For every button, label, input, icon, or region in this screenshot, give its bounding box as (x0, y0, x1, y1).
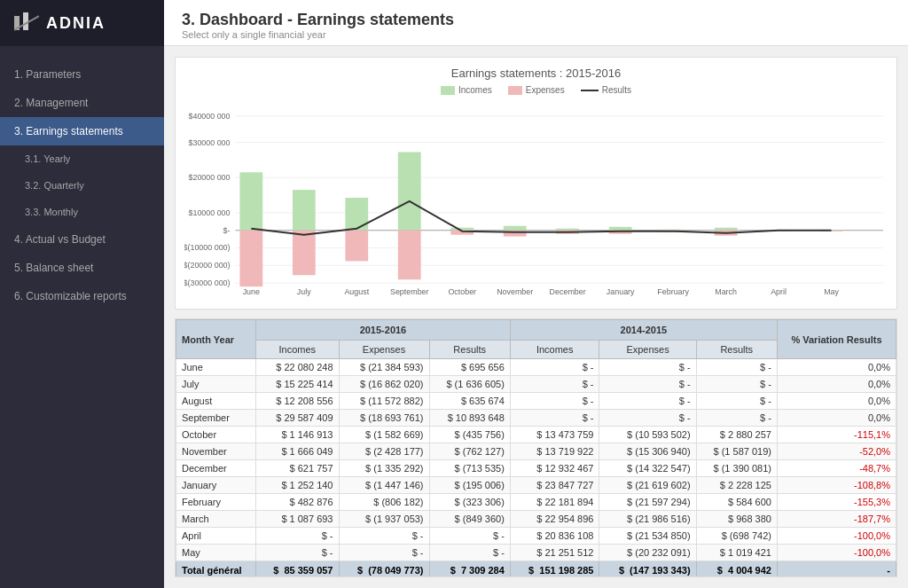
svg-text:November: November (497, 287, 533, 296)
table-cell: $ - (429, 528, 510, 545)
table-cell: $ (14 322 547) (599, 460, 696, 477)
table-row: April$ -$ -$ -$ 20 836 108$ (21 534 850)… (176, 528, 896, 545)
table-cell: $ (435 756) (429, 427, 510, 443)
table-cell: $ 22 080 248 (256, 359, 340, 376)
table-cell: $ - (510, 359, 599, 376)
bar-dec-income (556, 229, 579, 231)
col-expenses-2015: Expenses (339, 341, 429, 359)
table-cell: $ - (510, 410, 599, 427)
bar-aug-expense (345, 231, 368, 262)
table-cell: December (176, 460, 256, 477)
bar-feb-income (661, 230, 685, 231)
table-cell: $ 12 208 556 (256, 393, 340, 410)
table-cell: $ (21 619 602) (599, 477, 696, 494)
col-incomes-2014: Incomes (510, 341, 599, 359)
sidebar-item-parameters[interactable]: 1. Parameters (0, 60, 164, 89)
table-cell: September (176, 410, 256, 427)
legend-results: Results (581, 85, 631, 95)
table-cell: $ (713 535) (429, 460, 510, 477)
table-cell: 0,0% (777, 393, 896, 410)
table-cell: $ 482 876 (256, 494, 340, 511)
table-cell: $ 2 880 257 (696, 427, 777, 443)
svg-text:$10000 000: $10000 000 (188, 208, 230, 217)
bar-sep-income (398, 152, 421, 230)
col-variation: % Variation Results (777, 320, 896, 359)
legend-expenses-label: Expenses (526, 85, 565, 95)
table-cell: $ (195 006) (429, 477, 510, 494)
logo-text: ADNIA (46, 14, 106, 33)
table-cell: $ (323 306) (429, 494, 510, 511)
svg-text:$40000 000: $40000 000 (188, 112, 230, 121)
svg-text:September: September (390, 287, 429, 296)
svg-text:$(10000 000): $(10000 000) (184, 243, 231, 252)
total-incomes-2015: $ 85 359 057 (256, 561, 340, 578)
table-cell: $ - (256, 528, 340, 545)
table-cell: $ - (510, 376, 599, 393)
table-cell: $ 15 225 414 (256, 376, 340, 393)
sidebar-item-quarterly[interactable]: 3.2. Quarterly (0, 172, 164, 199)
table-cell: -100,0% (777, 528, 896, 545)
table-cell: 0,0% (777, 410, 896, 427)
bar-oct-income (450, 228, 474, 231)
table-cell: April (176, 528, 256, 545)
sidebar-item-actual-vs-budget[interactable]: 4. Actual vs Budget (0, 225, 164, 254)
table-cell: $ - (599, 393, 696, 410)
table-cell: $ 22 954 896 (510, 511, 599, 528)
table-cell: $ (2 428 177) (339, 443, 429, 460)
table-cell: March (176, 511, 256, 528)
table-cell: $ - (339, 545, 429, 561)
svg-text:March: March (715, 287, 737, 296)
col-results-2015: Results (429, 341, 510, 359)
table-footer: Total général $ 85 359 057 $ (78 049 773… (176, 561, 896, 578)
page-subtitle: Select only a single financial year (182, 29, 890, 40)
page-header: 3. Dashboard - Earnings statements Selec… (164, 0, 908, 46)
table-cell: $ - (510, 393, 599, 410)
svg-text:July: July (297, 287, 311, 296)
table-cell: -187,7% (777, 511, 896, 528)
table-cell: $ (1 582 669) (339, 427, 429, 443)
table-cell: $ - (599, 376, 696, 393)
chart-title: Earnings statements : 2015-2016 (184, 67, 888, 80)
table-cell: May (176, 545, 256, 561)
table-cell: -108,8% (777, 477, 896, 494)
table-row: January$ 1 252 140$ (1 447 146)$ (195 00… (176, 477, 896, 494)
table-cell: $ - (256, 545, 340, 561)
table-cell: $ 1 146 913 (256, 427, 340, 443)
sidebar-item-balance-sheet[interactable]: 5. Balance sheet (0, 254, 164, 282)
bar-june-income (239, 172, 262, 230)
table-cell: $ - (696, 393, 777, 410)
sidebar-item-yearly[interactable]: 3.1. Yearly (0, 145, 164, 172)
col-group-2014-2015: 2014-2015 (510, 320, 777, 341)
sidebar-item-monthly[interactable]: 3.3. Monthly (0, 199, 164, 225)
table-cell: $ 1 087 693 (256, 511, 340, 528)
table-cell: -155,3% (777, 494, 896, 511)
main-content: 3. Dashboard - Earnings statements Selec… (164, 0, 908, 588)
table-cell: $ (1 335 292) (339, 460, 429, 477)
table-cell: $ 29 587 409 (256, 410, 340, 427)
table-cell: 0,0% (777, 376, 896, 393)
table-cell: $ (762 127) (429, 443, 510, 460)
table-cell: February (176, 494, 256, 511)
table-cell: $ (1 636 605) (429, 376, 510, 393)
svg-text:January: January (607, 287, 635, 296)
col-expenses-2014: Expenses (599, 341, 696, 359)
table-row: September$ 29 587 409$ (18 693 761)$ 10 … (176, 410, 896, 427)
table-cell: $ - (429, 545, 510, 561)
table-row: October$ 1 146 913$ (1 582 669)$ (435 75… (176, 427, 896, 443)
table-cell: $ 23 847 727 (510, 477, 599, 494)
sidebar-item-management[interactable]: 2. Management (0, 89, 164, 117)
table-cell: $ 1 666 049 (256, 443, 340, 460)
table-row: February$ 482 876$ (806 182)$ (323 306)$… (176, 494, 896, 511)
legend-results-label: Results (602, 85, 631, 95)
table-cell: $ (15 306 940) (599, 443, 696, 460)
sidebar-item-earnings-statements[interactable]: 3. Earnings statements (0, 117, 164, 145)
table-cell: $ (11 572 882) (339, 393, 429, 410)
table-row: December$ 621 757$ (1 335 292)$ (713 535… (176, 460, 896, 477)
table-cell: 0,0% (777, 359, 896, 376)
table-cell: $ 635 674 (429, 393, 510, 410)
page-title: 3. Dashboard - Earnings statements (182, 11, 890, 29)
sidebar-item-customizable-reports[interactable]: 6. Customizable reports (0, 282, 164, 310)
table-cell: $ (21 384 593) (339, 359, 429, 376)
total-expenses-2014: $ (147 193 343) (599, 561, 696, 578)
chart-legend: Incomes Expenses Results (184, 85, 888, 95)
